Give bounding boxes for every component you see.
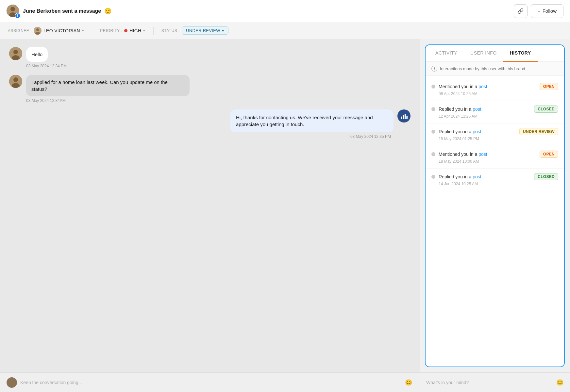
history-badge-3: UNDER REVIEW — [519, 128, 558, 135]
message-text-2: I applied for a home loan last week. Can… — [31, 79, 168, 92]
history-link-5[interactable]: post — [473, 174, 481, 179]
right-panel-bottom: What's in your mind? 😊 — [420, 372, 570, 392]
message-row-2: I applied for a home loan last week. Can… — [9, 75, 411, 96]
message-bubble-2: I applied for a home loan last week. Can… — [26, 75, 190, 96]
assignee-avatar — [34, 27, 42, 35]
status-value: UNDER REVIEW — [186, 28, 220, 33]
history-item-row-4: Mentioned you in a post OPEN — [431, 151, 558, 158]
history-dot-4 — [431, 152, 435, 156]
history-item-1: Mentioned you in a post OPEN 08 Apr 2024… — [426, 78, 564, 101]
agent-avatar — [397, 109, 411, 122]
history-item-3: Replied you in a post UNDER REVIEW 15 Ma… — [426, 123, 564, 146]
message-time-1: 03 May 2024 12:34 PM — [26, 64, 411, 68]
info-icon: i — [431, 66, 437, 72]
history-text-3: Replied you in a post — [439, 129, 516, 134]
message-text-1: Hello — [31, 52, 42, 57]
status-chevron-icon: ▾ — [222, 28, 224, 33]
history-dot-3 — [431, 130, 435, 134]
svg-point-7 — [13, 50, 18, 54]
main-content: Hello 03 May 2024 12:34 PM I applied for… — [0, 39, 570, 392]
right-input-placeholder[interactable]: What's in your mind? — [426, 380, 469, 385]
right-bottom-emoji-icon[interactable]: 😊 — [556, 379, 563, 386]
priority-value[interactable]: High — [129, 28, 141, 33]
info-bar: i Interactions made by this user with th… — [426, 62, 564, 76]
message-row-3: Hi, thanks for contacting us. We've rece… — [9, 109, 411, 132]
history-item-row-3: Replied you in a post UNDER REVIEW — [431, 128, 558, 135]
follow-label: Follow — [543, 8, 557, 14]
history-list: Mentioned you in a post OPEN 08 Apr 2024… — [426, 76, 564, 367]
history-badge-2: CLOSED — [534, 106, 558, 113]
history-badge-4: OPEN — [540, 151, 558, 158]
message-group-1: Hello 03 May 2024 12:34 PM — [9, 47, 411, 68]
history-item-4: Mentioned you in a post OPEN 18 May 2024… — [426, 146, 564, 169]
history-text-1: Mentioned you in a post — [439, 84, 536, 89]
sub-header: ASSIGNEE : Leo Victorian ▾ PRIORITY : Hi… — [0, 22, 570, 39]
message-text-3: Hi, thanks for contacting us. We've rece… — [236, 115, 373, 127]
history-time-4: 18 May 2024 10:00 AM — [439, 159, 558, 164]
history-dot-1 — [431, 85, 435, 89]
chat-input-bar: Keep the conversation going... 😊 — [0, 372, 420, 392]
priority-dot-icon — [124, 29, 127, 32]
svg-rect-13 — [403, 115, 404, 119]
assignee-label: ASSIGNEE : — [8, 28, 32, 33]
history-link-1[interactable]: post — [478, 84, 487, 89]
svg-point-4 — [36, 28, 39, 31]
right-panel: ACTIVITY USER INFO HISTORY i Interaction… — [420, 39, 570, 392]
history-dot-2 — [431, 107, 435, 111]
info-text: Interactions made by this user with this… — [440, 66, 525, 71]
header-title: June Berkoben sent a message — [23, 8, 101, 14]
history-text-5: Replied you in a post — [439, 174, 531, 179]
svg-rect-14 — [405, 114, 406, 119]
message-group-3: Hi, thanks for contacting us. We've rece… — [9, 109, 411, 139]
priority-label: PRIORITY : — [100, 28, 122, 33]
history-badge-5: CLOSED — [534, 173, 558, 180]
history-time-3: 15 May 2024 01:25 PM — [439, 137, 558, 141]
history-time-5: 14 Jun 2024 10:25 AM — [439, 182, 558, 186]
history-link-2[interactable]: post — [473, 106, 481, 112]
history-time-2: 12 Apr 2024 12:25 AM — [439, 114, 558, 119]
history-card: ACTIVITY USER INFO HISTORY i Interaction… — [425, 44, 565, 367]
assignee-value[interactable]: Leo Victorian ▾ — [34, 27, 84, 35]
history-link-3[interactable]: post — [473, 129, 481, 134]
message-bubble-3: Hi, thanks for contacting us. We've rece… — [230, 109, 394, 132]
chat-area: Hello 03 May 2024 12:34 PM I applied for… — [0, 39, 420, 392]
chat-input-placeholder[interactable]: Keep the conversation going... — [20, 380, 401, 385]
message-group-2: I applied for a home loan last week. Can… — [9, 75, 411, 103]
history-item-5: Replied you in a post CLOSED 14 Jun 2024… — [426, 169, 564, 191]
history-dot-5 — [431, 175, 435, 179]
chat-bottom-avatar — [7, 377, 17, 388]
chat-bottom-emoji-icon[interactable]: 😊 — [404, 378, 413, 387]
divider-2 — [153, 27, 154, 35]
fb-badge: f — [15, 13, 20, 18]
link-button[interactable] — [514, 4, 528, 18]
top-header: f June Berkoben sent a message 🙂 + Follo… — [0, 0, 570, 22]
history-item-row-5: Replied you in a post CLOSED — [431, 173, 558, 180]
assignee-section: ASSIGNEE : Leo Victorian ▾ — [8, 27, 84, 35]
svg-rect-15 — [406, 116, 408, 119]
header-left: f June Berkoben sent a message 🙂 — [7, 5, 111, 18]
status-section: STATUS : UNDER REVIEW ▾ — [161, 26, 228, 35]
svg-point-10 — [13, 77, 18, 82]
tab-activity[interactable]: ACTIVITY — [429, 45, 464, 62]
history-badge-1: OPEN — [540, 83, 558, 90]
follow-plus: + — [538, 8, 541, 14]
assignee-chevron-icon: ▾ — [82, 28, 84, 33]
status-badge[interactable]: UNDER REVIEW ▾ — [182, 26, 228, 35]
history-item-row-1: Mentioned you in a post OPEN — [431, 83, 558, 90]
history-time-1: 08 Apr 2024 10:25 AM — [439, 91, 558, 96]
status-label: STATUS : — [161, 28, 180, 33]
history-link-4[interactable]: post — [478, 152, 487, 157]
tab-user-info[interactable]: USER INFO — [464, 45, 503, 62]
user-msg-avatar-2 — [9, 75, 22, 88]
message-bubble-1: Hello — [26, 47, 48, 62]
assignee-name: Leo Victorian — [43, 28, 80, 33]
divider-1 — [92, 27, 92, 35]
message-time-3: 03 May 2024 12:35 PM — [9, 134, 391, 139]
user-avatar-wrap: f — [7, 5, 20, 18]
header-right: + Follow — [514, 4, 563, 18]
history-text-2: Replied you in a post — [439, 106, 531, 112]
message-time-2: 03 May 2024 12:34PM — [26, 98, 411, 103]
follow-button[interactable]: + Follow — [531, 4, 563, 18]
tab-history[interactable]: HISTORY — [503, 45, 538, 62]
user-msg-avatar-1 — [9, 47, 22, 60]
